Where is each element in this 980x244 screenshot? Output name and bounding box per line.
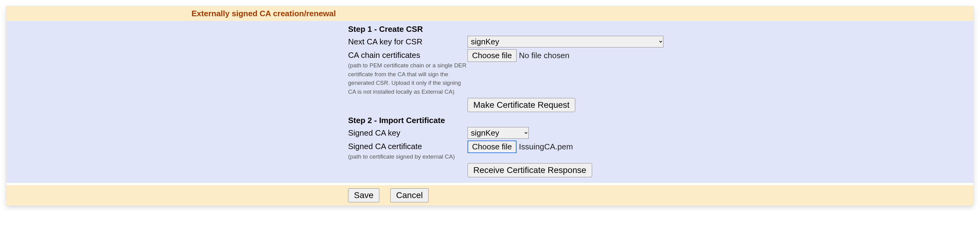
ca-chain-choose-file-button[interactable]: Choose file bbox=[468, 49, 517, 62]
receive-certificate-response-button[interactable]: Receive Certificate Response bbox=[468, 163, 592, 177]
make-certificate-request-button[interactable]: Make Certificate Request bbox=[468, 98, 575, 112]
ca-chain-file-input[interactable]: Choose file No file chosen bbox=[468, 49, 570, 62]
step1-heading: Step 1 - Create CSR bbox=[348, 24, 968, 34]
signed-cert-file-input[interactable]: Choose file IssuingCA.pem bbox=[468, 140, 573, 153]
form-body-row: Step 1 - Create CSR Next CA key for CSR … bbox=[6, 21, 973, 183]
next-ca-key-label: Next CA key for CSR bbox=[348, 36, 468, 46]
signed-cert-hint: (path to certificate signed by external … bbox=[348, 153, 468, 161]
section-header-row: Externally signed CA creation/renewal bbox=[6, 6, 973, 21]
signed-key-row: Signed CA key signKey bbox=[348, 127, 968, 139]
cancel-button[interactable]: Cancel bbox=[390, 188, 429, 203]
receive-response-row: Receive Certificate Response bbox=[348, 163, 968, 177]
ca-chain-label: CA chain certificates bbox=[348, 51, 468, 60]
save-button[interactable]: Save bbox=[348, 188, 379, 203]
next-ca-key-select[interactable]: signKey bbox=[468, 36, 663, 48]
next-ca-key-row: Next CA key for CSR signKey bbox=[348, 36, 968, 48]
form-panel: Externally signed CA creation/renewal St… bbox=[6, 6, 974, 206]
ca-chain-hint: (path to PEM certificate chain or a sing… bbox=[348, 61, 468, 96]
signed-cert-file-name: IssuingCA.pem bbox=[519, 142, 573, 152]
ca-chain-file-name: No file chosen bbox=[519, 51, 570, 60]
signed-key-label: Signed CA key bbox=[348, 127, 468, 138]
make-request-row: Make Certificate Request bbox=[348, 98, 968, 112]
signed-cert-choose-file-button[interactable]: Choose file bbox=[468, 140, 517, 153]
signed-cert-row: Signed CA certificate (path to certifica… bbox=[348, 140, 968, 161]
step2-heading: Step 2 - Import Certificate bbox=[348, 116, 968, 125]
ca-chain-row: CA chain certificates (path to PEM certi… bbox=[348, 49, 968, 96]
signed-key-select[interactable]: signKey bbox=[468, 127, 529, 139]
signed-cert-label: Signed CA certificate bbox=[348, 142, 468, 151]
footer-row: Save Cancel bbox=[6, 185, 973, 206]
section-title: Externally signed CA creation/renewal bbox=[6, 6, 343, 21]
